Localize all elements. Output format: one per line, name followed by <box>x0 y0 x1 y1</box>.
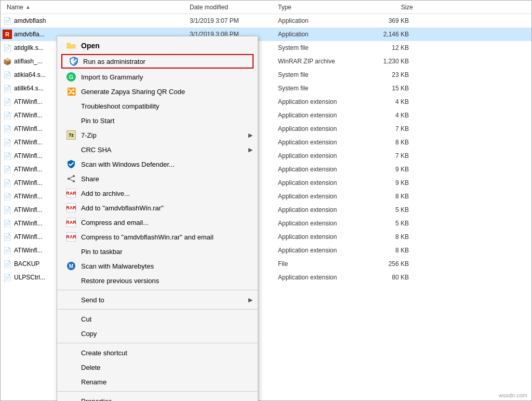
file-icon: 📄 <box>3 138 12 147</box>
file-icon: 📄 <box>3 111 12 120</box>
file-size: 15 KB <box>366 85 413 92</box>
file-type: System file <box>278 44 366 51</box>
file-icon: 📄 <box>3 165 12 174</box>
name-col-label: Name <box>7 4 23 11</box>
file-icon: 📄 <box>3 232 12 242</box>
submenu-arrow-icon: ▶ <box>248 297 252 303</box>
submenu-arrow-icon: ▶ <box>248 146 252 153</box>
svg-text:M: M <box>69 263 73 269</box>
menu-item-pin-taskbar[interactable]: Pin to taskbar <box>57 244 258 259</box>
file-type: Application extension <box>278 206 366 213</box>
menu-item-add-archive[interactable]: RARAdd to archive... <box>57 186 258 200</box>
file-icon: 📄 <box>3 16 12 25</box>
file-type: Application extension <box>278 152 366 159</box>
svg-line-3 <box>70 177 73 178</box>
col-size-header[interactable]: Size <box>366 4 413 11</box>
submenu-arrow-icon: ▶ <box>248 132 252 139</box>
menu-icon-cut <box>65 313 77 325</box>
file-row[interactable]: 📄 amdvbflash 3/1/2019 3:07 PM Applicatio… <box>1 14 531 28</box>
menu-item-label: Add to archive... <box>81 190 130 197</box>
menu-item-open[interactable]: Open <box>57 38 258 53</box>
menu-separator <box>57 309 258 310</box>
file-size: 5 KB <box>366 206 413 213</box>
menu-icon-copy <box>65 328 77 339</box>
context-menu: Open Run as administratorGImport to Gram… <box>57 36 258 401</box>
sort-arrow-icon: ▲ <box>25 4 31 10</box>
menu-item-copy[interactable]: Copy <box>57 326 258 341</box>
file-name: ATIWinfl... <box>14 206 42 213</box>
file-type: Application extension <box>278 274 366 281</box>
menu-item-label: Cut <box>81 315 91 323</box>
svg-line-4 <box>70 179 73 181</box>
file-type: Application extension <box>278 220 366 227</box>
file-size: 12 KB <box>366 44 413 51</box>
file-icon: R <box>3 30 12 39</box>
file-type: Application extension <box>278 193 366 200</box>
menu-item-label: Delete <box>81 364 101 371</box>
file-icon: 📄 <box>3 97 12 106</box>
file-size: 8 KB <box>366 193 413 200</box>
menu-item-7zip[interactable]: 7z7-Zip▶ <box>57 128 258 142</box>
menu-item-label: Copy <box>81 330 97 338</box>
file-size: 80 KB <box>366 274 413 281</box>
file-name: ATIWinfl... <box>14 112 42 119</box>
file-list-header: Name ▲ Date modified Type Size <box>1 1 531 14</box>
col-name-header[interactable]: Name ▲ <box>3 4 190 11</box>
file-type: Application extension <box>278 233 366 240</box>
menu-separator <box>57 343 258 343</box>
menu-item-troubleshoot[interactable]: Troubleshoot compatibility <box>57 99 258 113</box>
file-size: 1,230 KB <box>366 58 413 65</box>
menu-item-add-rar[interactable]: RARAdd to "amdvbflashWin.rar" <box>57 200 258 215</box>
file-type: File <box>278 260 366 268</box>
menu-icon-7zip: 7z <box>65 129 77 141</box>
menu-icon-add-archive: RAR <box>65 188 77 199</box>
menu-icon-crc-sha <box>65 144 77 155</box>
file-type: System file <box>278 85 366 92</box>
menu-icon-rename <box>65 376 77 387</box>
file-size: 9 KB <box>366 179 413 186</box>
menu-item-label: Generate Zapya Sharing QR Code <box>81 88 185 96</box>
menu-item-zapya[interactable]: 🔀Generate Zapya Sharing QR Code <box>57 84 258 99</box>
menu-separator <box>57 391 258 392</box>
file-size: 23 KB <box>366 71 413 78</box>
menu-item-rename[interactable]: Rename <box>57 375 258 389</box>
file-name: atidgllk.s... <box>14 44 44 51</box>
menu-item-delete[interactable]: Delete <box>57 360 258 375</box>
menu-item-properties[interactable]: Properties <box>57 394 258 401</box>
menu-item-cut[interactable]: Cut <box>57 312 258 326</box>
menu-item-label: Troubleshoot compatibility <box>81 102 159 110</box>
menu-icon-add-rar: RAR <box>65 202 77 213</box>
menu-item-create-shortcut[interactable]: Create shortcut <box>57 345 258 360</box>
menu-item-label: Compress and email... <box>81 219 149 226</box>
menu-item-crc-sha[interactable]: CRC SHA▶ <box>57 142 258 157</box>
watermark: wsxdn.com <box>499 392 527 398</box>
menu-item-pin-start[interactable]: Pin to Start <box>57 113 258 128</box>
col-type-header[interactable]: Type <box>278 4 366 11</box>
menu-item-label: Share <box>81 175 99 183</box>
svg-point-0 <box>73 175 75 177</box>
file-size: 256 KB <box>366 260 413 268</box>
menu-item-compress-rar-email[interactable]: RARCompress to "amdvbflashWin.rar" and e… <box>57 230 258 244</box>
file-type: Application extension <box>278 98 366 105</box>
menu-item-compress-email[interactable]: RARCompress and email... <box>57 215 258 230</box>
menu-item-malwarebytes[interactable]: MScan with Malwarebytes <box>57 259 258 273</box>
menu-item-restore-versions[interactable]: Restore previous versions <box>57 273 258 288</box>
menu-icon-pin-taskbar <box>65 246 77 257</box>
file-name: amdvbfla... <box>14 31 45 38</box>
menu-item-scan-defender[interactable]: Scan with Windows Defender... <box>57 157 258 171</box>
menu-item-import-grammarly[interactable]: GImport to Grammarly <box>57 70 258 84</box>
menu-item-label: Pin to Start <box>81 117 114 125</box>
file-icon: 📄 <box>3 219 12 228</box>
menu-item-share[interactable]: Share <box>57 171 258 186</box>
menu-item-label: Scan with Malwarebytes <box>81 262 154 270</box>
menu-item-send-to[interactable]: Send to▶ <box>57 292 258 307</box>
menu-icon-create-shortcut <box>65 347 77 358</box>
run-as-admin-button[interactable]: Run as administrator <box>61 54 254 69</box>
file-name: ATIWinfl... <box>14 193 42 200</box>
menu-icon-scan-defender <box>65 158 77 170</box>
col-date-header[interactable]: Date modified <box>190 4 278 11</box>
file-type: WinRAR ZIP archive <box>278 58 366 65</box>
file-icon: 📄 <box>3 192 12 201</box>
file-type: Application extension <box>278 166 366 173</box>
menu-icon-malwarebytes: M <box>65 260 77 272</box>
